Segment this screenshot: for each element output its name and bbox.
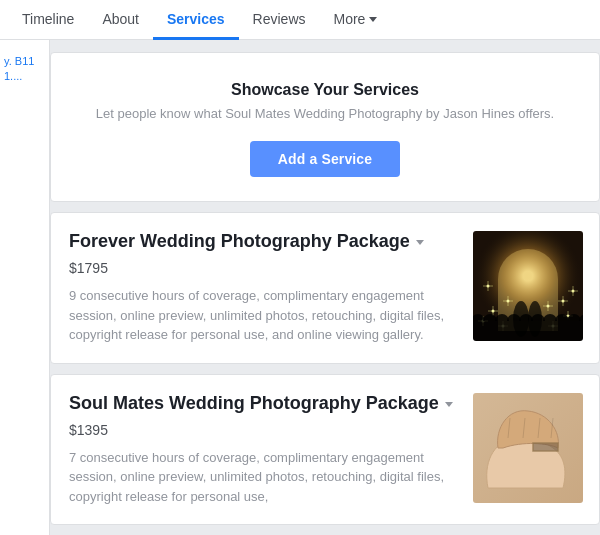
showcase-subtitle: Let people know what Soul Mates Wedding …	[71, 105, 579, 123]
service-name-2: Soul Mates Wedding Photography Package	[69, 393, 459, 414]
service-description-2: 7 consecutive hours of coverage, complim…	[69, 448, 459, 507]
service-name-1: Forever Wedding Photography Package	[69, 231, 459, 252]
service-price-2: $1395	[69, 422, 459, 438]
service-image-1	[473, 231, 583, 341]
main-content: Showcase Your Services Let people know w…	[50, 40, 600, 535]
tab-more[interactable]: More	[320, 1, 392, 40]
tab-timeline[interactable]: Timeline	[8, 1, 88, 40]
sidebar-text: y. B111....	[0, 40, 49, 99]
tab-services[interactable]: Services	[153, 1, 239, 40]
service-info-2: Soul Mates Wedding Photography Package $…	[69, 393, 459, 507]
showcase-title: Showcase Your Services	[71, 81, 579, 99]
content-area: Showcase Your Services Let people know w…	[50, 40, 600, 535]
chevron-down-icon	[369, 17, 377, 22]
sidebar-panel: y. B111....	[0, 40, 50, 535]
add-service-button[interactable]: Add a Service	[250, 141, 400, 177]
service-info-1: Forever Wedding Photography Package $179…	[69, 231, 459, 345]
tab-navigation: Timeline About Services Reviews More	[0, 0, 600, 40]
showcase-card: Showcase Your Services Let people know w…	[50, 52, 600, 202]
service-image-2	[473, 393, 583, 503]
service-price-1: $1795	[69, 260, 459, 276]
tab-reviews[interactable]: Reviews	[239, 1, 320, 40]
service-expand-icon-1[interactable]	[416, 240, 424, 245]
service-card-2: Soul Mates Wedding Photography Package $…	[50, 374, 600, 526]
service-expand-icon-2[interactable]	[445, 402, 453, 407]
service-card-1: Forever Wedding Photography Package $179…	[50, 212, 600, 364]
service-description-1: 9 consecutive hours of coverage, complim…	[69, 286, 459, 345]
tab-about[interactable]: About	[88, 1, 153, 40]
